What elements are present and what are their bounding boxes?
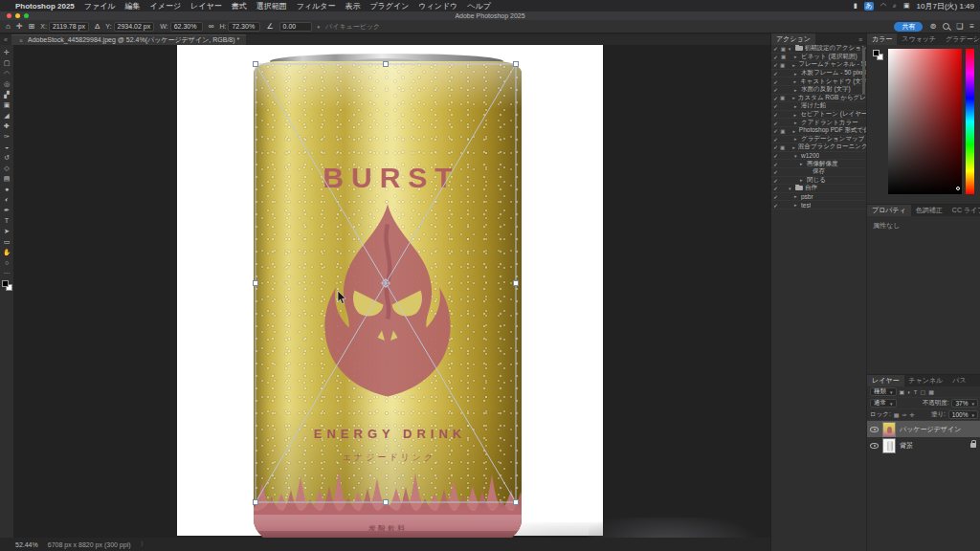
action-row-9[interactable]: ✓▸クアドラントカラー [771, 119, 866, 127]
type-tool[interactable]: T [1, 215, 12, 226]
action-row-0[interactable]: ✓▣▾初期設定のアクション [771, 45, 866, 54]
action-toggle-icon[interactable]: ▸ [794, 103, 799, 109]
action-row-7[interactable]: ✓▸溶けた鉛 [771, 102, 866, 111]
action-row-13[interactable]: ✓▾w1200 [771, 152, 866, 161]
filter-pixel-icon[interactable]: ▣ [900, 388, 905, 395]
tab-actions[interactable]: アクション [771, 33, 815, 45]
crop-tool[interactable]: ▞ [1, 89, 12, 99]
menu-item-3[interactable]: レイヤー [190, 1, 222, 11]
hand-tool[interactable]: ✋ [1, 247, 12, 257]
tab-color-0[interactable]: カラー [867, 33, 897, 45]
eraser-tool[interactable]: ◇ [1, 163, 12, 173]
menu-item-4[interactable]: 書式 [232, 1, 247, 11]
menu-item-8[interactable]: プラグイン [369, 1, 409, 11]
tab-color-1[interactable]: スウォッチ [897, 33, 941, 45]
close-tab-icon[interactable]: × [19, 37, 23, 44]
layer-visibility-icon[interactable] [870, 443, 879, 449]
action-row-5[interactable]: ✓▸水面の反射 (文字) [771, 86, 866, 95]
action-toggle-icon[interactable]: ▸ [794, 120, 799, 125]
layer-row-1[interactable]: 背景 [867, 437, 980, 453]
lock-transparency-icon[interactable]: ▦ [894, 411, 900, 418]
clone-stamp-tool[interactable]: ◒ [1, 142, 12, 152]
collapse-tabs-icon[interactable]: « [0, 36, 11, 43]
menu-item-7[interactable]: 表示 [345, 1, 360, 11]
action-toggle-icon[interactable]: ▸ [794, 71, 799, 77]
lock-position-icon[interactable]: ✛ [909, 411, 914, 418]
menu-item-1[interactable]: 編集 [125, 1, 141, 11]
action-row-11[interactable]: ✓▸グラデーションマップ [771, 136, 866, 144]
action-check-icon[interactable]: ✓ [773, 136, 779, 143]
action-check-icon[interactable]: ✓ [773, 202, 779, 209]
brush-tool[interactable]: ✑ [1, 131, 12, 142]
action-check-icon[interactable]: ✓ [773, 95, 778, 101]
hue-slider[interactable] [966, 49, 974, 194]
notifications-icon[interactable]: ⊚ [929, 22, 936, 31]
action-dialog-icon[interactable]: ▣ [780, 62, 785, 68]
action-dialog-icon[interactable]: ▣ [781, 46, 787, 52]
action-check-icon[interactable]: ✓ [773, 127, 778, 134]
transform-bounding-box[interactable] [177, 45, 603, 536]
action-toggle-icon[interactable]: ▸ [793, 112, 798, 118]
share-button[interactable]: 共有 [894, 22, 923, 32]
action-toggle-icon[interactable]: ▸ [792, 62, 796, 68]
battery-icon[interactable]: ▮ [854, 2, 858, 10]
action-toggle-icon[interactable]: ▸ [792, 95, 796, 100]
menu-item-0[interactable]: ファイル [84, 1, 116, 11]
action-check-icon[interactable]: ✓ [773, 70, 779, 77]
x-position-field[interactable]: X: 2119.78 px [40, 22, 89, 32]
app-menu[interactable]: Photoshop 2025 [15, 2, 75, 11]
action-row-2[interactable]: ✓▣▸フレームチャンネル - 50 pixel [771, 61, 866, 70]
opacity-field[interactable]: 37%▾ [951, 399, 978, 408]
action-row-3[interactable]: ✓▸木製フレーム - 50 pixel [771, 70, 866, 78]
actions-scrollbar[interactable] [862, 47, 865, 95]
action-check-icon[interactable]: ✓ [773, 177, 779, 184]
filter-adjustment-icon[interactable]: ◐ [907, 389, 911, 395]
menu-item-2[interactable]: イメージ [150, 1, 182, 11]
action-row-6[interactable]: ✓▣▸カスタム RGB からグレースケ... [771, 95, 866, 103]
lasso-tool[interactable]: ◠ [1, 68, 12, 78]
gradient-tool[interactable]: ▤ [1, 173, 12, 184]
workspace-icon[interactable]: ❏ [956, 22, 963, 31]
tab-properties-2[interactable]: CC ライブラリ [947, 205, 980, 216]
search-icon[interactable] [943, 23, 949, 30]
action-toggle-icon[interactable]: ▸ [792, 144, 796, 150]
action-toggle-icon[interactable]: ▸ [794, 202, 799, 208]
minimize-window-button[interactable] [15, 13, 20, 18]
home-icon[interactable]: ⌂ [6, 22, 11, 31]
wifi-icon[interactable]: ◠ [880, 2, 886, 10]
maintain-aspect-icon[interactable]: ∞ [209, 22, 214, 31]
layer-thumbnail[interactable] [882, 422, 896, 437]
action-dialog-icon[interactable]: ▣ [780, 95, 785, 100]
blur-tool[interactable]: ● [1, 184, 12, 194]
rectangle-tool[interactable]: ▭ [1, 236, 12, 247]
menu-item-6[interactable]: フィルター [297, 1, 336, 11]
action-check-icon[interactable]: ✓ [773, 61, 778, 68]
tab-color-2[interactable]: グラデーション [941, 33, 980, 45]
angle-field[interactable]: 0.00 [279, 22, 312, 32]
action-check-icon[interactable]: ✓ [773, 120, 779, 126]
fill-field[interactable]: 100%▾ [948, 410, 978, 419]
action-check-icon[interactable]: ✓ [773, 102, 779, 109]
action-toggle-icon[interactable]: ▸ [794, 54, 799, 59]
action-dialog-icon[interactable]: ▣ [780, 144, 785, 150]
frame-tool[interactable]: ▣ [1, 99, 12, 110]
action-check-icon[interactable]: ✓ [773, 193, 779, 200]
layer-visibility-icon[interactable] [870, 427, 879, 432]
color-marker[interactable] [956, 187, 960, 190]
tab-properties-1[interactable]: 色調補正 [911, 205, 947, 216]
action-check-icon[interactable]: ✓ [773, 78, 779, 85]
tab-layers-2[interactable]: パス [947, 375, 970, 386]
zoom-window-button[interactable] [24, 13, 29, 18]
menu-item-10[interactable]: ヘルプ [467, 1, 491, 11]
tab-layers-0[interactable]: レイヤー [867, 375, 904, 386]
action-dialog-icon[interactable]: ▣ [780, 128, 785, 134]
layer-filter-dropdown[interactable]: 種類▾ [870, 387, 897, 396]
action-toggle-icon[interactable]: ▸ [794, 136, 799, 142]
action-toggle-icon[interactable]: ▸ [793, 78, 798, 84]
action-row-14[interactable]: ✓▸画像解像度 [771, 160, 866, 168]
action-toggle-icon[interactable]: ▾ [789, 186, 793, 191]
layer-row-0[interactable]: パッケージデザイン [867, 421, 980, 437]
y-position-field[interactable]: Y: 2934.02 px [105, 22, 154, 32]
input-source-indicator[interactable]: あ [864, 2, 874, 11]
foreground-color-swatch[interactable] [2, 280, 9, 287]
